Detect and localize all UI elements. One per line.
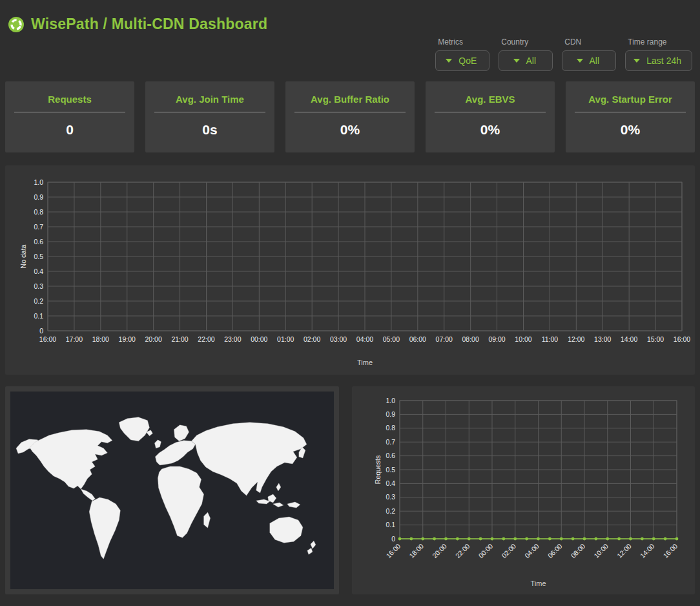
filter-group-country: Country All (499, 37, 553, 71)
x-tick-label: 18:00 (92, 335, 109, 343)
x-tick-label: 17:00 (66, 335, 83, 343)
divider (294, 112, 406, 112)
x-tick-label: 04:00 (523, 542, 540, 559)
x-axis-label: Time (357, 359, 373, 366)
country-value: All (526, 56, 537, 66)
x-tick-label: 10:00 (592, 542, 610, 559)
world-map[interactable] (10, 392, 334, 589)
qoe-chart[interactable]: 00.10.20.30.40.50.60.70.80.91.016:0017:0… (8, 174, 688, 371)
x-tick-label: 20:00 (145, 335, 162, 343)
y-tick-label: 0.7 (34, 223, 43, 231)
divider (575, 112, 686, 112)
brand: WisePath / Multi-CDN Dashboard (8, 16, 267, 33)
stat-card-value: 0% (426, 122, 555, 138)
stat-card-startup-error: Avg. Startup Error 0% (566, 81, 695, 152)
x-axis-label: Time (530, 580, 546, 587)
y-axis-label: Requests (374, 455, 382, 484)
x-tick-label: 16:00 (384, 542, 402, 559)
stat-card-title: Avg. EBVS (426, 94, 555, 105)
x-tick-label: 04:00 (356, 335, 373, 343)
filter-group-metrics: Metrics QoE (435, 37, 489, 71)
series-marker (502, 538, 505, 541)
y-tick-label: 0.5 (386, 466, 395, 474)
y-tick-label: 0.3 (386, 493, 395, 501)
chevron-down-icon (577, 59, 583, 63)
series-marker (629, 538, 632, 541)
requests-chart[interactable]: 00.10.20.30.40.50.60.70.80.91.016:0018:0… (355, 394, 690, 592)
chevron-down-icon (513, 59, 520, 63)
series-marker (409, 538, 413, 541)
app-logo-icon (8, 16, 25, 33)
metrics-select[interactable]: QoE (435, 50, 489, 71)
x-tick-label: 16:00 (661, 542, 679, 559)
header: WisePath / Multi-CDN Dashboard Metrics Q… (5, 5, 695, 81)
stat-cards-row: Requests 0 Avg. Join Time 0s Avg. Buffer… (5, 81, 695, 152)
qoe-chart-panel: 00.10.20.30.40.50.60.70.80.91.016:0017:0… (5, 165, 695, 375)
chevron-down-icon (633, 59, 640, 63)
series-marker (675, 538, 679, 541)
x-tick-label: 06:00 (546, 542, 564, 559)
x-tick-label: 00:00 (251, 335, 267, 343)
series-marker (594, 538, 597, 541)
stat-card-value: 0s (145, 122, 274, 138)
y-tick-label: 0.3 (34, 282, 43, 290)
country-select[interactable]: All (499, 50, 553, 71)
filter-bar: Metrics QoE Country All CDN All (435, 37, 692, 71)
x-tick-label: 06:00 (409, 335, 426, 343)
x-tick-label: 13:00 (594, 335, 611, 343)
y-tick-label: 1.0 (386, 397, 395, 404)
y-tick-label: 0.6 (386, 452, 395, 459)
x-tick-label: 12:00 (568, 335, 584, 343)
series-marker (456, 538, 459, 541)
y-tick-label: 0.1 (386, 521, 395, 528)
x-tick-label: 21:00 (171, 335, 188, 343)
stat-card-value: 0% (285, 122, 415, 138)
cdn-select[interactable]: All (562, 50, 616, 71)
dashboard-page: WisePath / Multi-CDN Dashboard Metrics Q… (5, 5, 695, 594)
x-tick-label: 02:00 (500, 542, 517, 559)
series-marker (641, 538, 644, 541)
divider (154, 112, 265, 112)
stat-card-requests: Requests 0 (5, 81, 134, 152)
stat-card-buffer-ratio: Avg. Buffer Ratio 0% (285, 81, 415, 152)
x-tick-label: 23:00 (224, 335, 241, 343)
y-tick-label: 0.8 (34, 208, 43, 216)
metrics-value: QoE (458, 56, 477, 66)
page-title: WisePath / Multi-CDN Dashboard (31, 16, 267, 33)
y-tick-label: 0.7 (386, 438, 395, 446)
x-tick-label: 22:00 (198, 335, 214, 343)
x-tick-label: 05:00 (383, 335, 400, 343)
series-marker (398, 538, 402, 541)
x-tick-label: 19:00 (119, 335, 136, 343)
x-tick-label: 10:00 (515, 335, 531, 343)
series-marker (617, 538, 621, 541)
stat-card-join-time: Avg. Join Time 0s (145, 81, 274, 152)
stat-card-value: 0% (566, 122, 695, 138)
series-marker (560, 538, 563, 541)
x-tick-label: 18:00 (407, 542, 425, 559)
stat-card-title: Avg. Startup Error (566, 94, 695, 105)
series-marker (421, 538, 424, 541)
y-tick-label: 0.4 (34, 267, 43, 275)
series-marker (571, 538, 575, 541)
x-tick-label: 03:00 (330, 335, 347, 343)
timerange-value: Last 24h (646, 56, 681, 66)
x-tick-label: 11:00 (542, 335, 559, 343)
series-marker (479, 538, 482, 541)
stat-card-title: Avg. Buffer Ratio (285, 94, 415, 105)
series-marker (525, 538, 528, 541)
stat-card-title: Requests (5, 94, 134, 105)
x-tick-label: 02:00 (304, 335, 320, 343)
x-tick-label: 01:00 (277, 335, 294, 343)
chevron-down-icon (446, 59, 452, 63)
series-marker (664, 538, 667, 541)
x-tick-label: 22:00 (454, 542, 471, 559)
y-tick-label: 0.5 (34, 253, 43, 260)
x-tick-label: 20:00 (431, 542, 448, 559)
bottom-row: 00.10.20.30.40.50.60.70.80.91.016:0018:0… (5, 386, 695, 594)
cdn-value: All (590, 56, 600, 66)
x-tick-label: 16:00 (674, 335, 690, 343)
timerange-select[interactable]: Last 24h (625, 50, 692, 71)
x-tick-label: 14:00 (621, 335, 637, 343)
filter-label-country: Country (499, 37, 553, 47)
